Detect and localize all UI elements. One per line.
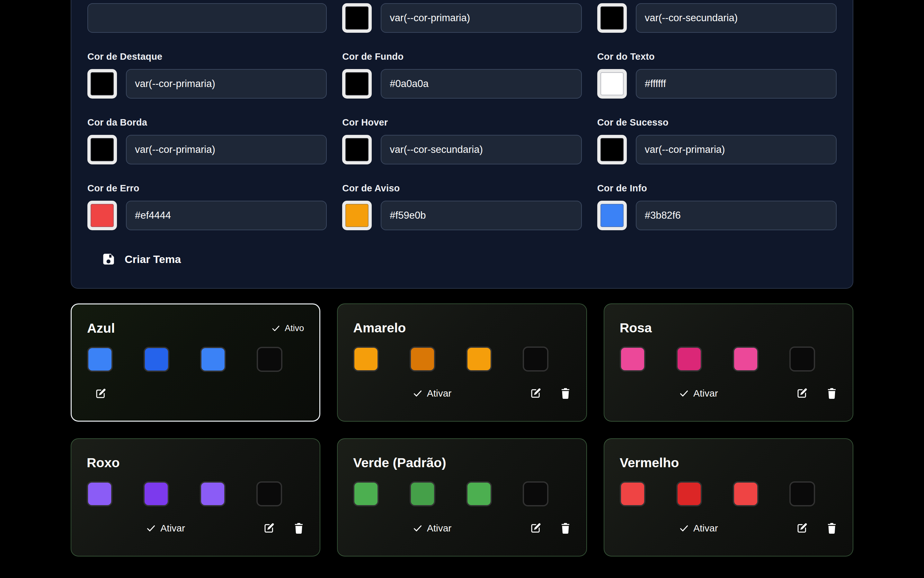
theme-swatch: [523, 481, 548, 507]
color-picker-swatch[interactable]: [597, 3, 627, 33]
active-status-label: Ativo: [285, 323, 304, 333]
delete-theme-button[interactable]: [826, 387, 837, 399]
theme-name: Vermelho: [620, 455, 679, 471]
activate-theme-button[interactable]: Ativar: [620, 523, 778, 534]
field-label: Cor de Aviso: [342, 183, 582, 194]
color-value-input[interactable]: [381, 135, 582, 164]
theme-swatch: [410, 481, 435, 507]
theme-card-roxo: Roxo Ativar: [71, 438, 320, 557]
activate-theme-button[interactable]: Ativar: [620, 388, 778, 399]
theme-swatches: [87, 481, 304, 507]
edit-theme-button[interactable]: [263, 523, 275, 534]
delete-theme-button[interactable]: [826, 522, 837, 534]
trash-icon: [293, 522, 304, 534]
theme-name: Amarelo: [353, 320, 406, 336]
color-value-input[interactable]: [381, 69, 582, 99]
color-field: Cor de Destaque: [87, 51, 327, 99]
field-label: Cor do Texto: [597, 51, 837, 62]
color-field: Cor de Erro: [87, 183, 327, 230]
color-field: Cor Hover: [342, 117, 582, 164]
color-field: Cor da Borda: [87, 117, 327, 164]
color-picker-swatch[interactable]: [87, 135, 117, 164]
activate-theme-button[interactable]: Ativar: [353, 388, 511, 399]
theme-swatches: [87, 347, 304, 372]
activate-label: Ativar: [693, 388, 718, 399]
color-value-input[interactable]: [636, 69, 837, 99]
color-value-input[interactable]: [126, 69, 327, 99]
edit-theme-button[interactable]: [530, 523, 541, 534]
theme-swatch: [143, 481, 169, 507]
activate-label: Ativar: [160, 523, 185, 534]
theme-swatch: [87, 347, 113, 372]
color-picker-swatch[interactable]: [597, 135, 627, 164]
color-field: [597, 3, 837, 33]
theme-swatch: [200, 347, 226, 372]
create-theme-button[interactable]: Criar Tema: [102, 253, 181, 266]
active-status-badge: Ativo: [272, 323, 304, 333]
theme-swatch: [466, 481, 492, 507]
trash-icon: [826, 387, 837, 399]
color-value-input[interactable]: [126, 201, 327, 230]
create-theme-label: Criar Tema: [125, 253, 181, 266]
trash-icon: [560, 522, 571, 534]
trash-icon: [826, 522, 837, 534]
theme-swatch: [144, 347, 169, 372]
theme-swatches: [620, 481, 837, 507]
color-value-input[interactable]: [381, 3, 582, 33]
color-value-input[interactable]: [126, 135, 327, 164]
theme-swatches: [353, 481, 571, 507]
edit-theme-button[interactable]: [530, 388, 541, 399]
color-field: Cor de Fundo: [342, 51, 582, 99]
edit-theme-button[interactable]: [95, 388, 106, 399]
color-value-input[interactable]: [636, 135, 837, 164]
theme-card-amarelo: Amarelo Ativar: [337, 304, 587, 422]
color-value-input[interactable]: [636, 201, 837, 230]
edit-theme-button[interactable]: [796, 388, 808, 399]
theme-card-rosa: Rosa Ativar: [604, 304, 853, 422]
edit-icon: [530, 388, 541, 399]
color-picker-swatch[interactable]: [342, 3, 372, 33]
activate-label: Ativar: [693, 523, 718, 534]
check-icon: [413, 523, 423, 533]
empty-text-input[interactable]: [87, 3, 327, 33]
theme-swatch: [676, 346, 702, 372]
activate-theme-button[interactable]: Ativar: [87, 523, 244, 534]
theme-swatch: [733, 481, 758, 507]
swatch-color: [600, 138, 624, 161]
color-value-input[interactable]: [381, 201, 582, 230]
color-field: Cor de Sucesso: [597, 117, 837, 164]
theme-name: Azul: [87, 321, 115, 336]
color-picker-swatch[interactable]: [342, 201, 372, 230]
theme-swatches: [353, 346, 571, 372]
field-label: Cor da Borda: [87, 117, 327, 128]
theme-swatch: [200, 481, 226, 507]
color-picker-swatch[interactable]: [87, 201, 117, 230]
swatch-color: [91, 138, 114, 161]
color-value-input[interactable]: [636, 3, 837, 33]
color-field: [342, 3, 582, 33]
swatch-color: [600, 6, 624, 29]
color-picker-swatch[interactable]: [597, 201, 627, 230]
color-picker-swatch[interactable]: [342, 69, 372, 99]
delete-theme-button[interactable]: [293, 522, 304, 534]
field-label: Cor de Fundo: [342, 51, 582, 62]
theme-swatch: [353, 481, 379, 507]
color-field: Cor do Texto: [597, 51, 837, 99]
check-icon: [679, 388, 689, 398]
color-picker-swatch[interactable]: [87, 69, 117, 99]
check-icon: [272, 324, 280, 333]
delete-theme-button[interactable]: [560, 387, 571, 399]
swatch-color: [345, 204, 369, 227]
swatch-color: [345, 6, 369, 29]
color-picker-swatch[interactable]: [597, 69, 627, 99]
delete-theme-button[interactable]: [560, 522, 571, 534]
edit-theme-button[interactable]: [796, 523, 808, 534]
activate-theme-button[interactable]: Ativar: [353, 523, 511, 534]
theme-cards-grid: Azul Ativo Amarelo: [71, 304, 853, 557]
edit-icon: [530, 523, 541, 534]
check-icon: [679, 523, 689, 533]
color-picker-swatch[interactable]: [342, 135, 372, 164]
swatch-color: [91, 72, 114, 95]
field-label: Cor de Info: [597, 183, 837, 194]
theme-name: Verde (Padrão): [353, 455, 446, 471]
